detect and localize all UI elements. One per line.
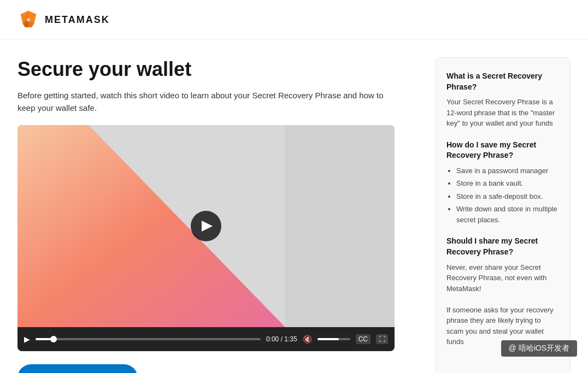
faq-item-1: What is a Secret Recovery Phrase? Your S… bbox=[446, 71, 559, 129]
faq-list-2: Save in a password manager Store in a ba… bbox=[446, 165, 559, 226]
svg-marker-8 bbox=[285, 125, 395, 327]
play-button[interactable] bbox=[191, 211, 221, 241]
faq-answer-1: Your Secret Recovery Phrase is a 12-word… bbox=[446, 97, 559, 129]
metamask-logo-icon bbox=[17, 9, 39, 31]
svg-point-5 bbox=[27, 18, 30, 21]
progress-dot bbox=[50, 336, 57, 342]
play-pause-button[interactable]: ▶ bbox=[24, 335, 30, 344]
next-button[interactable]: Next bbox=[17, 364, 138, 373]
progress-bar[interactable] bbox=[36, 338, 261, 340]
volume-fill bbox=[317, 338, 339, 340]
cc-button[interactable]: CC bbox=[356, 334, 371, 344]
faq-item-2: How do I save my Secret Recovery Phrase?… bbox=[446, 140, 559, 226]
list-item: Write down and store in multiple secret … bbox=[456, 204, 559, 225]
page-description: Before getting started, watch this short… bbox=[17, 90, 400, 114]
left-panel: Secure your wallet Before getting starte… bbox=[17, 57, 418, 373]
time-display: 0:00 / 1:35 bbox=[266, 335, 297, 343]
volume-bar[interactable] bbox=[317, 338, 350, 340]
volume-button[interactable]: 🔇 bbox=[303, 335, 312, 344]
page-title: Secure your wallet bbox=[17, 57, 418, 81]
faq-answer-3: Never, ever share your Secret Recovery P… bbox=[446, 262, 559, 347]
faq-panel: What is a Secret Recovery Phrase? Your S… bbox=[435, 57, 571, 373]
watermark: @ 唔哈iOS开发者 bbox=[501, 340, 577, 357]
video-controls-bar: ▶ 0:00 / 1:35 🔇 CC ⛶ bbox=[17, 327, 395, 351]
top-bar: METAMASK bbox=[0, 0, 588, 40]
faq-question-3: Should I share my Secret Recovery Phrase… bbox=[446, 236, 559, 257]
faq-item-3: Should I share my Secret Recovery Phrase… bbox=[446, 236, 559, 347]
list-item: Save in a password manager bbox=[456, 165, 559, 176]
main-layout: Secure your wallet Before getting starte… bbox=[0, 40, 588, 373]
video-player: ▶ 0:00 / 1:35 🔇 CC ⛶ bbox=[17, 125, 395, 351]
brand-name: METAMASK bbox=[45, 14, 110, 26]
faq-question-2: How do I save my Secret Recovery Phrase? bbox=[446, 140, 559, 161]
faq-answer-3-text: Never, ever share your Secret Recovery P… bbox=[446, 263, 547, 293]
list-item: Store in a bank vault. bbox=[456, 178, 559, 189]
video-thumbnail[interactable] bbox=[17, 125, 395, 327]
list-item: Store in a safe-deposit box. bbox=[456, 191, 559, 202]
faq-question-1: What is a Secret Recovery Phrase? bbox=[446, 71, 559, 92]
fullscreen-button[interactable]: ⛶ bbox=[376, 334, 388, 344]
